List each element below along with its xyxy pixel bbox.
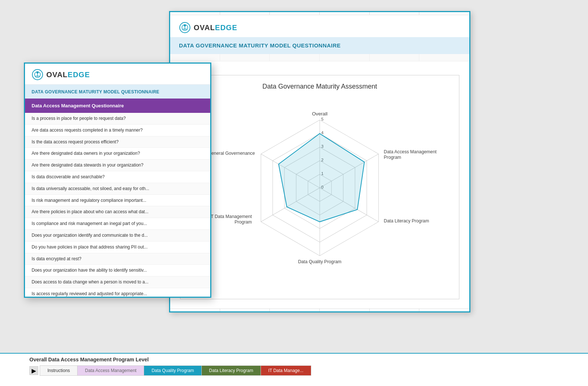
- tab-play-button[interactable]: ▶: [29, 366, 38, 375]
- radar-area: Data Governance Maturity Assessment: [170, 61, 469, 313]
- svg-marker-22: [279, 133, 364, 222]
- back-card-title-bar: DATA GOVERNANCE MATURITY MODEL QUESTIONN…: [170, 37, 469, 54]
- tab-instructions[interactable]: Instructions: [40, 365, 77, 376]
- svg-text:5: 5: [321, 117, 323, 121]
- question-item: Is access regularly reviewed and adjuste…: [25, 288, 210, 298]
- svg-text:General Governenance: General Governenance: [208, 151, 255, 156]
- svg-text:Data Literacy Program: Data Literacy Program: [384, 218, 429, 224]
- main-container: OVALEDGE DATA GOVERNANCE MATURITY MODEL …: [0, 0, 588, 386]
- radar-chart-container: Data Governance Maturity Assessment: [180, 75, 459, 299]
- radar-card: OVALEDGE DATA GOVERNANCE MATURITY MODEL …: [169, 11, 470, 312]
- question-item: Does access to data change when a person…: [25, 276, 210, 288]
- svg-text:IT Data Management: IT Data Management: [209, 214, 252, 219]
- question-item: Is a process in place for people to requ…: [25, 113, 210, 125]
- radar-chart-title: Data Governance Maturity Assessment: [188, 83, 452, 90]
- front-logo: OVALEDGE: [32, 69, 90, 81]
- svg-text:Program: Program: [234, 219, 252, 225]
- logo-icon: [179, 22, 191, 33]
- question-item: Is data encrypted at rest?: [25, 253, 210, 265]
- question-item: Do you have policies in place that addre…: [25, 242, 210, 253]
- svg-text:Program: Program: [384, 155, 401, 160]
- question-item: Does your organization have the ability …: [25, 265, 210, 276]
- svg-point-33: [36, 71, 39, 74]
- question-item: Is compliance and risk management an ine…: [25, 218, 210, 230]
- front-card-title: DATA GOVERNANCE MATURITY MODEL QUESTIONN…: [32, 89, 159, 94]
- tab-data-access-management[interactable]: Data Access Management: [77, 365, 144, 376]
- question-item: Is data discoverable and searchable?: [25, 171, 210, 183]
- front-title-bar: DATA GOVERNANCE MATURITY MODEL QUESTIONN…: [25, 85, 210, 99]
- tab-data-literacy-program[interactable]: Data Literacy Program: [201, 365, 261, 376]
- tab-it-data-manage[interactable]: IT Data Manage...: [261, 365, 311, 376]
- logo-text: OVALEDGE: [194, 24, 237, 32]
- tab-data-quality-program[interactable]: Data Quality Program: [144, 365, 201, 376]
- question-item: Is the data access request process effic…: [25, 136, 210, 148]
- back-card-header: OVALEDGE: [170, 15, 469, 37]
- svg-text:Data Access Management: Data Access Management: [384, 149, 437, 154]
- front-logo-icon: [32, 69, 43, 81]
- bottom-bar: Overall Data Access Management Program L…: [0, 353, 588, 386]
- section-header: Data Access Management Questionnaire: [25, 99, 210, 113]
- svg-point-2: [184, 24, 186, 26]
- questions-list: Is a process in place for people to requ…: [25, 113, 210, 298]
- section-label: Data Access Management Questionnaire: [32, 103, 124, 108]
- question-item: Is risk management and regulatory compli…: [25, 195, 210, 207]
- logo: OVALEDGE: [179, 22, 237, 33]
- questionnaire-card: OVALEDGE DATA GOVERNANCE MATURITY MODEL …: [24, 62, 211, 298]
- svg-text:Overall: Overall: [312, 111, 327, 117]
- svg-text:Data Quality Program: Data Quality Program: [298, 259, 341, 264]
- radar-chart-svg: 5 4 3 2 1 0: [188, 96, 452, 280]
- question-item: Are there designated data owners in your…: [25, 148, 210, 160]
- question-item: Are data access requests completed in a …: [25, 125, 210, 136]
- question-item: Are there policies in place about who ca…: [25, 206, 210, 218]
- front-logo-text: OVALEDGE: [46, 71, 90, 79]
- question-item: Is data universally accessable, not silo…: [25, 183, 210, 195]
- front-card-header: OVALEDGE: [25, 64, 210, 85]
- question-item: Does your organization identify and comm…: [25, 230, 210, 242]
- bottom-bar-title: Overall Data Access Management Program L…: [0, 354, 588, 365]
- tabs-row: ▶ Instructions Data Access Management Da…: [0, 365, 588, 376]
- back-card-title: DATA GOVERNANCE MATURITY MODEL QUESTIONN…: [179, 42, 341, 49]
- question-item: Are there designated data stewards in yo…: [25, 160, 210, 171]
